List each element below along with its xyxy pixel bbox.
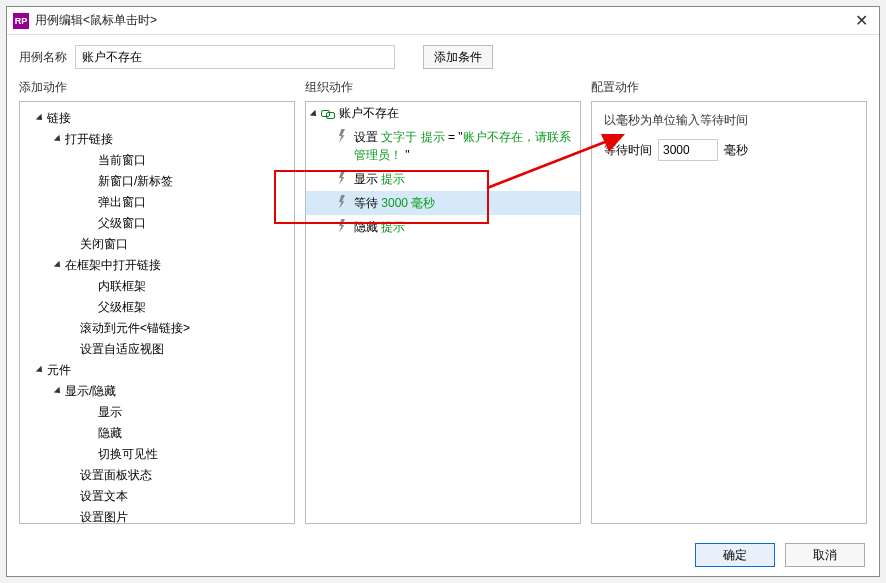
tree-popup-window[interactable]: 弹出窗口: [24, 192, 290, 213]
add-action-panel: 添加动作 链接 打开链接 当前窗口 新窗口/新标签 弹出窗口 父级窗口 关闭窗口…: [19, 79, 295, 524]
tree-label: 在框架中打开链接: [65, 258, 161, 272]
configure-body: 以毫秒为单位输入等待时间 等待时间 毫秒: [591, 101, 867, 524]
tree-show[interactable]: 显示: [24, 402, 290, 423]
action-target: 文字于 提示: [381, 130, 444, 144]
tree-current-window[interactable]: 当前窗口: [24, 150, 290, 171]
tree-toggle-visibility[interactable]: 切换可见性: [24, 444, 290, 465]
tree-parent-window[interactable]: 父级窗口: [24, 213, 290, 234]
close-icon[interactable]: ✕: [849, 9, 873, 33]
tree-adaptive-view[interactable]: 设置自适应视图: [24, 339, 290, 360]
organize-action-title: 组织动作: [305, 79, 581, 101]
tree-group-links[interactable]: 链接: [24, 108, 290, 129]
tree-label: 打开链接: [65, 132, 113, 146]
tree-open-in-frame[interactable]: 在框架中打开链接: [24, 255, 290, 276]
case-actions-list: 账户不存在 设置 文字于 提示 = "账户不存在，请联系管理员！ " 显示 提示…: [305, 101, 581, 524]
caret-icon: [54, 387, 63, 396]
action-hide[interactable]: 隐藏 提示: [306, 215, 580, 239]
organize-action-panel: 组织动作 账户不存在 设置 文字于 提示 = "账户不存在，请联系管理员！ " …: [305, 79, 581, 524]
bolt-icon: [336, 195, 350, 209]
tree-close-window[interactable]: 关闭窗口: [24, 234, 290, 255]
ok-button[interactable]: 确定: [695, 543, 775, 567]
caret-icon: [54, 135, 63, 144]
action-text: 等待: [354, 196, 381, 210]
action-wait[interactable]: 等待 3000 毫秒: [306, 191, 580, 215]
case-icon: [321, 108, 335, 120]
wait-time-unit: 毫秒: [724, 142, 748, 159]
bolt-icon: [336, 129, 350, 143]
case-name-input[interactable]: [75, 45, 395, 69]
tree-show-hide[interactable]: 显示/隐藏: [24, 381, 290, 402]
bolt-icon: [336, 219, 350, 233]
tree-parent-frame[interactable]: 父级框架: [24, 297, 290, 318]
tree-group-widgets[interactable]: 元件: [24, 360, 290, 381]
action-text: 显示: [354, 172, 381, 186]
titlebar: RP 用例编辑<鼠标单击时> ✕: [7, 7, 879, 35]
action-tree[interactable]: 链接 打开链接 当前窗口 新窗口/新标签 弹出窗口 父级窗口 关闭窗口 在框架中…: [19, 101, 295, 524]
dialog-title: 用例编辑<鼠标单击时>: [35, 12, 849, 29]
wait-time-input[interactable]: [658, 139, 718, 161]
caret-icon: [36, 114, 45, 123]
action-value: 3000 毫秒: [381, 196, 435, 210]
action-text: 隐藏: [354, 220, 381, 234]
action-target: 提示: [381, 220, 405, 234]
action-text: ": [402, 148, 410, 162]
tree-open-link[interactable]: 打开链接: [24, 129, 290, 150]
case-header[interactable]: 账户不存在: [306, 102, 580, 125]
tree-label: 显示/隐藏: [65, 384, 116, 398]
caret-icon: [310, 109, 319, 118]
bolt-icon: [336, 171, 350, 185]
dialog-footer: 确定 取消: [7, 534, 879, 576]
tree-set-image[interactable]: 设置图片: [24, 507, 290, 524]
tree-label: 元件: [47, 363, 71, 377]
panels-container: 添加动作 链接 打开链接 当前窗口 新窗口/新标签 弹出窗口 父级窗口 关闭窗口…: [7, 79, 879, 534]
tree-inline-frame[interactable]: 内联框架: [24, 276, 290, 297]
wait-time-label: 等待时间: [604, 142, 652, 159]
action-show[interactable]: 显示 提示: [306, 167, 580, 191]
configure-action-panel: 配置动作 以毫秒为单位输入等待时间 等待时间 毫秒: [591, 79, 867, 524]
cancel-button[interactable]: 取消: [785, 543, 865, 567]
tree-set-panel-state[interactable]: 设置面板状态: [24, 465, 290, 486]
action-text: = ": [445, 130, 463, 144]
case-name-text: 账户不存在: [339, 105, 399, 122]
tree-label: 链接: [47, 111, 71, 125]
caret-icon: [54, 261, 63, 270]
caret-icon: [36, 366, 45, 375]
add-condition-button[interactable]: 添加条件: [423, 45, 493, 69]
case-name-row: 用例名称 添加条件: [7, 35, 879, 79]
action-text: 设置: [354, 130, 381, 144]
tree-hide[interactable]: 隐藏: [24, 423, 290, 444]
case-editor-dialog: RP 用例编辑<鼠标单击时> ✕ 用例名称 添加条件 添加动作 链接 打开链接 …: [6, 6, 880, 577]
configure-action-title: 配置动作: [591, 79, 867, 101]
add-action-title: 添加动作: [19, 79, 295, 101]
action-target: 提示: [381, 172, 405, 186]
tree-scroll-anchor[interactable]: 滚动到元件<锚链接>: [24, 318, 290, 339]
case-name-label: 用例名称: [19, 49, 67, 66]
configure-description: 以毫秒为单位输入等待时间: [604, 112, 854, 129]
action-set-text[interactable]: 设置 文字于 提示 = "账户不存在，请联系管理员！ ": [306, 125, 580, 167]
tree-set-text[interactable]: 设置文本: [24, 486, 290, 507]
wait-time-row: 等待时间 毫秒: [604, 139, 854, 161]
app-logo-icon: RP: [13, 13, 29, 29]
tree-new-window[interactable]: 新窗口/新标签: [24, 171, 290, 192]
